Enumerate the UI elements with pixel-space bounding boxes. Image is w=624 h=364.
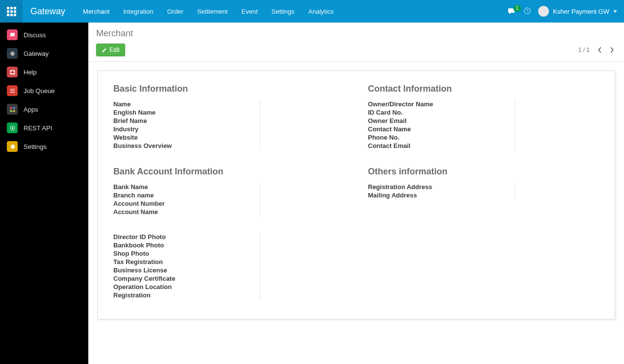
jobqueue-icon xyxy=(7,85,18,96)
field-label: Brief Name xyxy=(113,117,260,125)
svg-point-17 xyxy=(11,127,13,128)
navbar-right: 1 Ksher Payment GW xyxy=(508,0,624,23)
control-panel: Merchant Edit 1 / 1 xyxy=(88,23,624,62)
svg-rect-9 xyxy=(10,89,15,89)
section-title: Contact Information xyxy=(368,84,599,94)
sidebar-item-label: Gateway xyxy=(24,50,49,57)
sidebar-item-label: Discuss xyxy=(24,31,46,39)
field-label: Mailing Address xyxy=(368,191,515,199)
svg-rect-15 xyxy=(13,110,15,112)
page-title: Merchant xyxy=(96,28,616,39)
field-label: Name xyxy=(113,100,260,108)
section-documents: Director ID PhotoBankbook PhotoShop Phot… xyxy=(113,233,344,299)
svg-rect-7 xyxy=(9,72,11,73)
svg-rect-5 xyxy=(12,69,13,71)
sidebar-item-rest-api[interactable]: REST API xyxy=(0,119,88,137)
topmenu-item-settlement[interactable]: Settlement xyxy=(190,0,234,23)
topmenu-item-integration[interactable]: Integration xyxy=(116,0,160,23)
chevron-down-icon xyxy=(613,10,617,13)
sidebar-item-help[interactable]: Help xyxy=(0,63,88,81)
avatar xyxy=(538,6,549,17)
chevron-right-icon xyxy=(609,47,614,53)
gateway-icon: $ xyxy=(7,48,18,59)
field-label: Owner/Director Name xyxy=(368,100,515,108)
section-contact-information: Contact Information Owner/Director NameI… xyxy=(368,84,599,150)
section-title: Bank Account Information xyxy=(113,167,344,177)
field-label: Bank Name xyxy=(113,183,260,191)
topmenu-item-merchant[interactable]: Merchant xyxy=(76,0,116,23)
field-label: Shop Photo xyxy=(113,249,260,258)
topmenu-item-analytics[interactable]: Analytics xyxy=(301,0,340,23)
pager: 1 / 1 xyxy=(578,46,616,54)
svg-point-4 xyxy=(11,71,14,73)
pager-prev-button[interactable] xyxy=(596,46,604,54)
field-label: Business Overview xyxy=(113,142,260,150)
section-basic-information: Basic Information NameEnglish NameBrief … xyxy=(113,84,344,150)
sidebar-item-discuss[interactable]: Discuss xyxy=(0,25,88,44)
sidebar-item-settings[interactable]: Settings xyxy=(0,137,88,156)
apps-grid-icon xyxy=(7,7,16,16)
settings-icon xyxy=(7,141,18,152)
pencil-icon xyxy=(102,48,107,53)
field-label: Branch name xyxy=(113,191,260,199)
field-label: Website xyxy=(113,133,260,142)
sidebar-item-gateway[interactable]: $Gateway xyxy=(0,44,88,63)
section-others-information: Others information Registration AddressM… xyxy=(368,167,599,199)
section-bank-account-information: Bank Account Information Bank NameBranch… xyxy=(113,167,344,216)
field-label: Company Certificate xyxy=(113,274,260,283)
field-label: Contact Email xyxy=(368,142,515,150)
messages-button[interactable]: 1 xyxy=(508,7,517,15)
section-title: Others information xyxy=(368,167,599,177)
pager-value: 1 / 1 xyxy=(578,47,590,53)
svg-text:$: $ xyxy=(11,51,13,55)
topmenu-item-event[interactable]: Event xyxy=(234,0,264,23)
field-label: Account Name xyxy=(113,208,260,216)
topmenu-item-order[interactable]: Order xyxy=(160,0,190,23)
form-sheet: Basic Information NameEnglish NameBrief … xyxy=(97,71,615,319)
sidebar: Discuss$GatewayHelpJob QueueAppsREST API… xyxy=(0,23,88,364)
svg-rect-10 xyxy=(10,90,15,91)
app-switcher-button[interactable] xyxy=(0,0,23,23)
field-label: Industry xyxy=(113,125,260,133)
field-label: Director ID Photo xyxy=(113,233,260,241)
activity-button[interactable] xyxy=(523,7,531,16)
svg-rect-12 xyxy=(10,107,12,109)
field-label: ID Card No. xyxy=(368,108,515,117)
field-label: Operation Location xyxy=(113,283,260,291)
field-label: Registration Address xyxy=(368,183,515,191)
sidebar-item-apps[interactable]: Apps xyxy=(0,100,88,119)
section-title: Basic Information xyxy=(113,84,344,94)
field-label: Business License xyxy=(113,266,260,274)
svg-rect-11 xyxy=(10,92,15,93)
apps-icon xyxy=(7,104,18,115)
content-area: Merchant Edit 1 / 1 xyxy=(88,23,624,364)
edit-button-label: Edit xyxy=(109,47,120,53)
field-label: Account Number xyxy=(113,199,260,208)
sidebar-item-label: Job Queue xyxy=(24,87,55,95)
top-menu: MerchantIntegrationOrderSettlementEventS… xyxy=(76,0,340,23)
svg-rect-14 xyxy=(10,110,12,112)
field-label: Registration xyxy=(113,291,260,299)
svg-rect-8 xyxy=(14,72,16,73)
field-label: Phone No. xyxy=(368,133,515,142)
field-label: English Name xyxy=(113,108,260,117)
clock-icon xyxy=(523,7,531,15)
sidebar-item-label: REST API xyxy=(24,124,52,132)
rest-icon xyxy=(7,122,18,133)
field-label: Tax Registration xyxy=(113,258,260,266)
discuss-icon xyxy=(7,29,18,40)
pager-next-button[interactable] xyxy=(607,46,616,54)
field-label: Contact Name xyxy=(368,125,515,133)
edit-button[interactable]: Edit xyxy=(96,44,125,56)
sidebar-item-label: Settings xyxy=(24,143,47,150)
sidebar-item-job-queue[interactable]: Job Queue xyxy=(0,81,88,100)
top-navbar: Gateway MerchantIntegrationOrderSettleme… xyxy=(0,0,624,23)
svg-rect-6 xyxy=(12,73,13,75)
messages-count-badge: 1 xyxy=(513,4,522,12)
field-label: Owner Email xyxy=(368,117,515,125)
user-name: Ksher Payment GW xyxy=(553,8,609,15)
user-menu[interactable]: Ksher Payment GW xyxy=(538,6,617,17)
topmenu-item-settings[interactable]: Settings xyxy=(264,0,301,23)
sidebar-item-label: Help xyxy=(24,69,37,76)
brand-title[interactable]: Gateway xyxy=(23,0,76,23)
